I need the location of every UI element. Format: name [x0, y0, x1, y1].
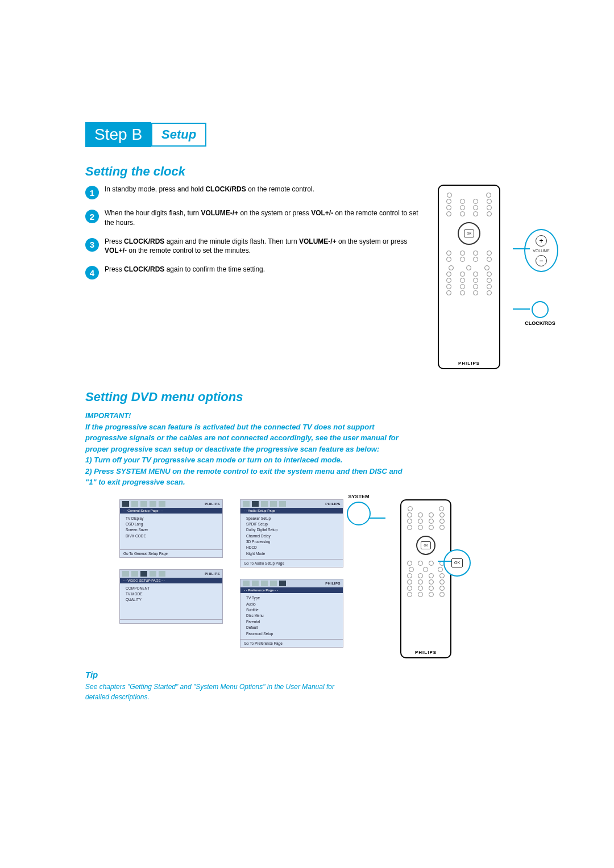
important-block: IMPORTANT! If the progressive scan featu… [85, 410, 404, 488]
osd-item: Dolby Digital Setup [246, 527, 337, 533]
brand-label: PHILIPS [401, 650, 450, 655]
ok-button-icon: OK [458, 222, 480, 245]
important-body: 1) Turn off your TV progressive scan mod… [85, 454, 404, 466]
osd-brand: PHILIPS [205, 572, 220, 575]
osd-item: COMPONENT [126, 586, 217, 591]
step-num: 3 [85, 238, 99, 252]
ok-label: OK [421, 541, 431, 549]
step-3: 3 Press CLOCK/RDS again and the minute d… [85, 237, 426, 256]
system-circle-icon [347, 502, 371, 525]
steps-col: 1 In standby mode, press and hold CLOCK/… [85, 185, 426, 369]
tip-text: See chapters "Getting Started" and "Syst… [85, 682, 347, 702]
setup-badge: Setup [151, 123, 206, 147]
screens-row: PHILIPS - - General Setup Page - - TV Di… [85, 499, 529, 658]
osd-footer [120, 619, 222, 623]
clockrds-callout: CLOCK/RDS [517, 301, 563, 326]
remote-box: OK PHILIPS [438, 185, 500, 369]
system-label: SYSTEM [347, 494, 371, 499]
ok-button-icon: OK [416, 536, 435, 555]
osd-item: Speaker Setup [246, 516, 337, 521]
osd-video: PHILIPS - - VIDEO SETUP PAGE - - COMPONE… [119, 569, 223, 624]
osd-tab: - - Preference Page - - [240, 587, 343, 593]
step-num: 4 [85, 266, 99, 279]
step-4: 4 Press CLOCK/RDS again to confirm the t… [85, 265, 426, 279]
important-body: If the progressive scan feature is activ… [85, 422, 404, 455]
osd-tab: - - General Setup Page - - [120, 508, 222, 514]
osd-preference: PHILIPS - - Preference Page - - TV Type … [240, 579, 343, 648]
osd-item: HDCD [246, 545, 337, 550]
osd-item: DIVX CODE [126, 533, 217, 539]
osd-item: 3D Processing [246, 539, 337, 545]
important-body: 2) Press SYSTEM MENU on the remote contr… [85, 466, 404, 488]
callout-line [370, 518, 385, 519]
osd-brand: PHILIPS [205, 502, 220, 506]
step-text: When the hour digits flash, turn VOLUME-… [105, 208, 426, 228]
volume-callout: + VOLUME − [524, 229, 558, 272]
osd-item: Channel Delay [246, 533, 337, 539]
step-1: 1 In standby mode, press and hold CLOCK/… [85, 185, 426, 199]
section-title-dvd: Setting DVD menu options [85, 390, 529, 404]
remote-illustration-2: OK PHILIPS SYSTEM OK [366, 499, 451, 658]
clock-content: 1 In standby mode, press and hold CLOCK/… [85, 185, 529, 369]
step-text: Press CLOCK/RDS again to confirm the tim… [105, 265, 265, 274]
osd-item: SPDIF Setup [246, 521, 337, 527]
step-num: 1 [85, 186, 99, 199]
osd-item: Screen Saver [126, 527, 217, 533]
osd-item: Audio [246, 602, 337, 607]
osd-screens: PHILIPS - - General Setup Page - - TV Di… [119, 499, 343, 648]
osd-audio: PHILIPS - - Audio Setup Page - - Speaker… [240, 499, 343, 568]
osd-footer: Go To General Setup Page [120, 549, 222, 557]
step-text: In standby mode, press and hold CLOCK/RD… [105, 185, 314, 194]
tip-title: Tip [85, 670, 529, 679]
osd-item: Subtitle [246, 607, 337, 613]
remote-box: OK PHILIPS [400, 499, 451, 658]
important-label: IMPORTANT! [85, 410, 404, 422]
osd-item: QUALITY [126, 597, 217, 603]
page: Step B Setup Setting the clock 1 In stan… [0, 0, 614, 748]
callout-line [438, 561, 451, 562]
osd-brand: PHILIPS [325, 502, 341, 506]
osd-footer: Go To Audio Setup Page [240, 559, 343, 567]
osd-item: TV Type [246, 595, 337, 601]
step-text: Press CLOCK/RDS again and the minute dig… [105, 237, 426, 256]
osd-item: Disc Menu [246, 613, 337, 619]
osd-item: Parental [246, 619, 337, 625]
minus-icon: − [536, 255, 547, 266]
remote-illustration: OK PHILIPS + VOLUME − CLOCK/ [438, 185, 529, 369]
ok-callout: OK [443, 549, 471, 577]
tip-block: Tip See chapters "Getting Started" and "… [85, 670, 529, 702]
section-title-clock: Setting the clock [85, 164, 529, 179]
header: Step B Setup [85, 122, 529, 147]
osd-general: PHILIPS - - General Setup Page - - TV Di… [119, 499, 223, 558]
callout-line [513, 308, 530, 310]
osd-item: TV Display [126, 516, 217, 521]
osd-tab: - - VIDEO SETUP PAGE - - [120, 578, 222, 583]
step-badge: Step B [85, 122, 151, 147]
callout-line [513, 248, 530, 249]
ok-label: OK [464, 229, 474, 237]
volume-label: VOLUME [533, 249, 550, 253]
plus-icon: + [536, 235, 547, 247]
clockrds-label: CLOCK/RDS [517, 320, 563, 326]
step-num: 2 [85, 210, 99, 223]
clockrds-circle-icon [532, 301, 549, 318]
osd-item: Default [246, 625, 337, 631]
osd-brand: PHILIPS [325, 582, 341, 585]
brand-label: PHILIPS [439, 361, 499, 366]
osd-item: Night Mode [246, 551, 337, 557]
step-2: 2 When the hour digits flash, turn VOLUM… [85, 208, 426, 228]
osd-item: TV MODE [126, 591, 217, 597]
osd-footer: Go To Preference Page [240, 639, 343, 647]
system-callout: SYSTEM [347, 494, 371, 525]
ok-callout-label: OK [451, 558, 463, 567]
osd-tab: - - Audio Setup Page - - [240, 508, 343, 514]
osd-item: OSD Lang [126, 521, 217, 527]
osd-item: Password Setup [246, 631, 337, 637]
